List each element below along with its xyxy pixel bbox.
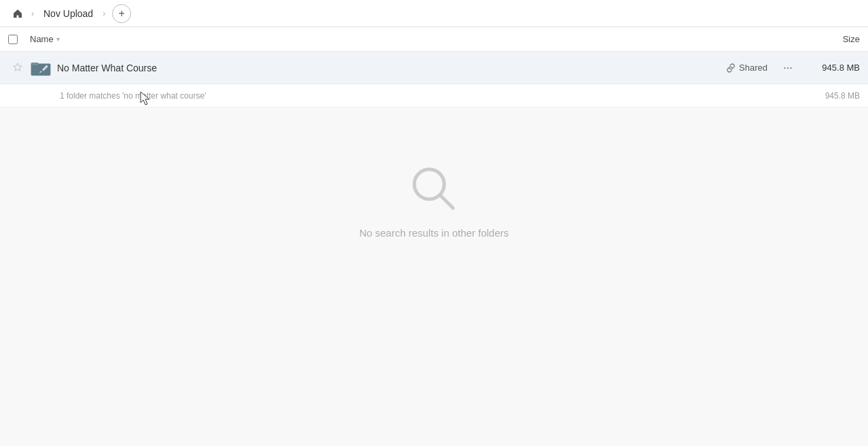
breadcrumb-nov-upload[interactable]: Nov Upload: [38, 5, 98, 22]
column-header-row: Name ▾ Size: [0, 27, 868, 52]
star-icon: [12, 63, 23, 73]
svg-rect-0: [31, 63, 51, 75]
name-column-header[interactable]: Name ▾: [30, 34, 792, 44]
match-info-size: 945.8 MB: [806, 91, 860, 101]
no-results-search-icon: [407, 162, 461, 216]
select-all-checkbox-col[interactable]: [8, 35, 30, 44]
more-options-button[interactable]: ···: [778, 58, 797, 78]
add-button[interactable]: +: [112, 4, 131, 23]
breadcrumb-separator-1: ›: [31, 9, 34, 18]
star-col[interactable]: [8, 63, 27, 73]
folder-icon: [30, 57, 52, 79]
svg-line-5: [440, 195, 453, 208]
home-button[interactable]: [8, 4, 27, 23]
match-info-row: 1 folder matches 'no matter what course'…: [0, 84, 868, 107]
more-icon: ···: [783, 62, 792, 74]
shared-badge: Shared: [726, 63, 767, 73]
breadcrumb-separator-2: ›: [103, 9, 105, 18]
no-results-message: No search results in other folders: [359, 227, 509, 239]
svg-rect-1: [31, 63, 39, 65]
file-name: No Matter What Course: [54, 63, 726, 73]
match-info-text: 1 folder matches 'no matter what course': [60, 91, 806, 101]
select-all-checkbox[interactable]: [8, 35, 18, 44]
empty-state: No search results in other folders: [0, 107, 868, 239]
breadcrumb-bar: › Nov Upload › +: [0, 0, 868, 27]
file-row[interactable]: No Matter What Course Shared ··· 945.8 M…: [0, 52, 868, 84]
link-icon: [726, 63, 736, 73]
home-icon: [12, 8, 23, 19]
file-size: 945.8 MB: [806, 63, 860, 73]
folder-icon-col: [27, 57, 54, 79]
size-column-header: Size: [792, 34, 860, 44]
sort-chevron-icon: ▾: [56, 35, 60, 43]
